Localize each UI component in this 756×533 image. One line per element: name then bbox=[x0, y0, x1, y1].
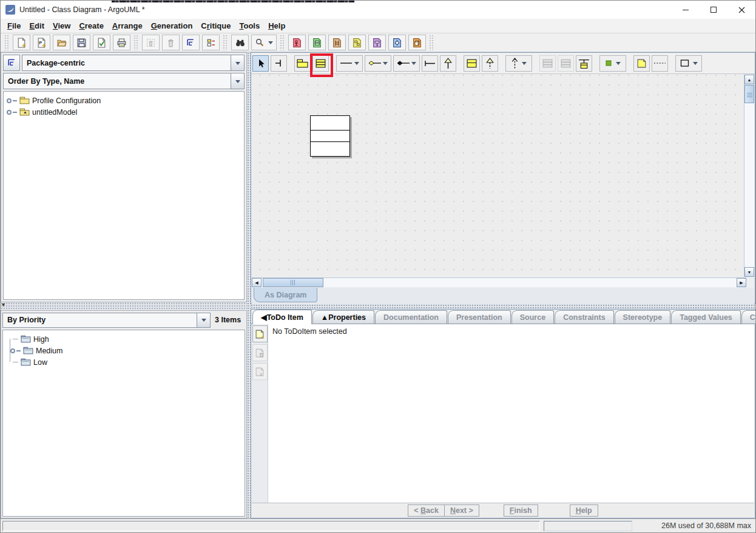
class-node[interactable] bbox=[310, 115, 350, 157]
tab-documentation[interactable]: Documentation bbox=[375, 310, 447, 324]
resolve-todo-item-button[interactable]: z bbox=[252, 363, 268, 380]
expand-handle-icon[interactable] bbox=[10, 348, 15, 353]
association-end-tool-button[interactable] bbox=[422, 55, 438, 72]
tree-node-profile-configuration[interactable]: Profile Configuration bbox=[4, 95, 244, 106]
tree-node-high[interactable]: High bbox=[3, 333, 245, 345]
tab-tagged-values[interactable]: Tagged Values bbox=[671, 310, 741, 324]
class-tool-highlight-box bbox=[310, 53, 333, 77]
aggregation-tool-button[interactable] bbox=[365, 55, 391, 72]
tab-todo-item[interactable]: ◀ ToDo Item bbox=[252, 310, 312, 324]
combo-arrow-button[interactable] bbox=[231, 73, 244, 89]
new-project-button[interactable]: P bbox=[33, 35, 50, 50]
scroll-left-button[interactable]: ◀ bbox=[252, 278, 262, 287]
settings-button[interactable] bbox=[202, 35, 220, 50]
menu-generation[interactable]: Generation bbox=[147, 21, 197, 30]
tab-checklist[interactable]: Checklist bbox=[741, 310, 756, 324]
horizontal-scroll-thumb[interactable] bbox=[263, 278, 323, 287]
finish-button[interactable]: Finish bbox=[504, 504, 538, 517]
perspective-combo[interactable]: Package-centric bbox=[22, 55, 245, 71]
association-class-tool-button[interactable] bbox=[576, 55, 592, 72]
new-collaboration-diagram-button[interactable] bbox=[348, 35, 366, 50]
tab-stereotype[interactable]: Stereotype bbox=[615, 310, 671, 324]
save-project-check-button[interactable] bbox=[93, 35, 110, 50]
new-sequence-diagram-button[interactable] bbox=[328, 35, 346, 50]
remove-from-diagram-button[interactable] bbox=[142, 35, 160, 50]
comment-tool-button[interactable] bbox=[633, 55, 650, 72]
realization-tool-button[interactable] bbox=[482, 55, 498, 72]
open-project-button[interactable] bbox=[53, 35, 70, 50]
package-tool-button[interactable] bbox=[294, 55, 311, 72]
association-tool-button[interactable] bbox=[336, 55, 363, 72]
menu-edit[interactable]: Edit bbox=[25, 21, 49, 30]
diagram-canvas[interactable] bbox=[252, 75, 746, 277]
new-deployment-diagram-button[interactable] bbox=[408, 35, 426, 50]
delete-todo-item-button[interactable] bbox=[252, 344, 268, 361]
new-usecase-diagram-button[interactable] bbox=[288, 35, 306, 50]
print-button[interactable] bbox=[113, 35, 130, 50]
new-activity-diagram-button[interactable] bbox=[388, 35, 406, 50]
tab-as-diagram[interactable]: As Diagram bbox=[254, 288, 317, 302]
save-project-button[interactable] bbox=[73, 35, 90, 50]
help-button[interactable]: Help bbox=[570, 504, 598, 517]
rectangle-tool-button[interactable] bbox=[675, 55, 702, 72]
vertical-scrollbar[interactable]: ▲ ▼ bbox=[744, 75, 754, 277]
configure-perspectives-button[interactable] bbox=[182, 35, 200, 50]
maximize-button[interactable] bbox=[700, 1, 727, 19]
tab-constraints[interactable]: Constraints bbox=[555, 310, 613, 324]
menu-arrange[interactable]: Arrange bbox=[108, 21, 147, 30]
menu-help[interactable]: Help bbox=[264, 21, 289, 30]
generalization-tool-button[interactable] bbox=[440, 55, 456, 72]
new-document-button[interactable] bbox=[13, 35, 30, 50]
tab-properties[interactable]: ▲ Properties bbox=[312, 310, 374, 324]
vertical-scroll-thumb[interactable] bbox=[744, 85, 754, 103]
zoom-button[interactable] bbox=[251, 35, 277, 50]
close-button[interactable] bbox=[727, 1, 755, 19]
splitter-collapse-icon[interactable]: ▾ bbox=[2, 301, 5, 308]
datatype-tool-button[interactable] bbox=[599, 55, 626, 72]
class-name-compartment[interactable] bbox=[311, 116, 349, 131]
broom-tool-button[interactable] bbox=[271, 55, 287, 72]
menu-critique[interactable]: Critique bbox=[197, 21, 235, 30]
back-button[interactable]: < Back bbox=[408, 504, 445, 517]
minimize-button[interactable] bbox=[672, 1, 700, 19]
priority-combo[interactable]: By Priority bbox=[2, 313, 211, 328]
horizontal-scrollbar[interactable]: ◀ ▶ bbox=[252, 277, 746, 287]
next-button[interactable]: Next > bbox=[444, 504, 479, 517]
horizontal-scroll-track[interactable] bbox=[262, 278, 737, 287]
combo-arrow-button[interactable] bbox=[197, 313, 210, 327]
class-operation-compartment[interactable] bbox=[311, 142, 349, 156]
horizontal-splitter[interactable] bbox=[251, 304, 755, 309]
tab-source[interactable]: Source bbox=[511, 310, 554, 324]
menu-tools[interactable]: Tools bbox=[235, 21, 264, 30]
order-combo[interactable]: Order By Type, Name bbox=[3, 73, 245, 89]
toolbar-drag-handle[interactable] bbox=[4, 35, 10, 50]
delete-from-model-button[interactable] bbox=[162, 35, 180, 50]
new-todo-item-button[interactable] bbox=[252, 325, 268, 342]
tab-presentation[interactable]: Presentation bbox=[448, 310, 511, 324]
tree-node-low[interactable]: Low bbox=[3, 356, 245, 368]
comment-link-tool-button[interactable] bbox=[652, 55, 668, 72]
menu-view[interactable]: View bbox=[49, 21, 75, 30]
interface-tool-button[interactable] bbox=[464, 55, 480, 72]
add-attribute-button[interactable] bbox=[539, 55, 556, 72]
select-tool-button[interactable] bbox=[252, 55, 269, 72]
new-class-diagram-button[interactable] bbox=[308, 35, 326, 50]
composition-tool-button[interactable] bbox=[393, 55, 420, 72]
tree-node-medium[interactable]: Medium bbox=[3, 345, 245, 356]
scroll-down-button[interactable]: ▼ bbox=[744, 267, 754, 277]
add-operation-button[interactable] bbox=[558, 55, 574, 72]
menu-file[interactable]: File bbox=[3, 21, 25, 30]
class-attribute-compartment[interactable] bbox=[311, 131, 349, 143]
scroll-right-button[interactable]: ▶ bbox=[737, 278, 746, 287]
new-statechart-diagram-button[interactable] bbox=[368, 35, 386, 50]
scroll-up-button[interactable]: ▲ bbox=[744, 75, 754, 84]
tree-node-untitled-model[interactable]: untitledModel bbox=[4, 106, 244, 118]
menu-create[interactable]: Create bbox=[75, 21, 107, 30]
find-button[interactable] bbox=[231, 35, 249, 50]
horizontal-splitter[interactable]: ▾ bbox=[1, 302, 247, 310]
expand-handle-icon[interactable] bbox=[7, 98, 12, 103]
dependency-tool-button[interactable] bbox=[505, 55, 532, 72]
combo-arrow-button[interactable] bbox=[231, 55, 244, 70]
expand-handle-icon[interactable] bbox=[7, 110, 12, 115]
perspective-config-button[interactable] bbox=[3, 55, 20, 71]
